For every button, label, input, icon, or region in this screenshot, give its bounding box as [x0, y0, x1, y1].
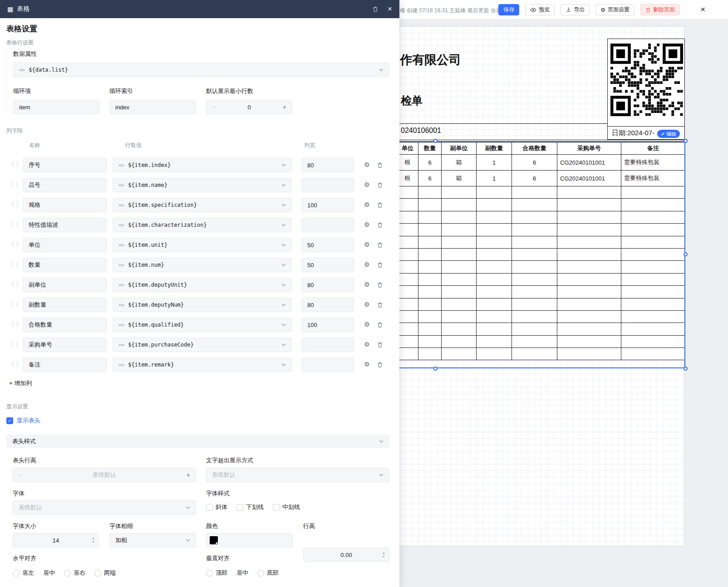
doc-table-cell[interactable]: 6 [512, 155, 557, 171]
column-name-input[interactable]: 副数量 [23, 298, 107, 312]
color-swatch[interactable] [210, 536, 218, 544]
doc-table-header-cell[interactable]: 副数量 [477, 142, 512, 155]
save-button[interactable]: 保存 [498, 4, 519, 15]
stepper-arrows[interactable]: ▲▼ [92, 537, 95, 544]
strikethrough-checkbox[interactable]: 中划线 [273, 503, 300, 511]
radio-valign-bottom[interactable]: 底部 [257, 569, 279, 577]
stepper-arrows[interactable]: ▲▼ [382, 551, 385, 558]
column-name-input[interactable]: 序号 [23, 158, 107, 172]
plus-icon[interactable]: + [187, 471, 190, 479]
doc-table-cell[interactable]: 箱 [442, 155, 477, 171]
doc-table-header-cell[interactable]: 合格数量 [512, 142, 557, 155]
doc-table-header-cell[interactable]: 采购单号 [557, 142, 621, 155]
gear-icon[interactable]: ⚙ [364, 221, 370, 228]
trash-icon[interactable] [377, 162, 383, 168]
min-rows-stepper[interactable]: − 0 + [206, 100, 292, 114]
drag-handle-icon[interactable]: ⋮⋮ [10, 181, 19, 187]
column-width-input[interactable]: 80 [301, 278, 354, 292]
drag-handle-icon[interactable]: ⋮⋮ [10, 361, 19, 367]
header-style-collapse[interactable]: 表头样式 [6, 435, 389, 448]
doc-table-header-cell[interactable]: 数量 [418, 142, 442, 155]
column-name-input[interactable]: 副单位 [23, 278, 107, 292]
trash-icon[interactable] [377, 182, 383, 188]
doc-table-cell[interactable]: 1 [477, 155, 512, 171]
preview-button[interactable]: 预览 [525, 4, 555, 15]
doc-table-cell[interactable]: 6 [418, 155, 442, 171]
selection-handle[interactable] [433, 139, 438, 143]
trash-icon[interactable] [372, 6, 379, 12]
column-value-select[interactable]: <>${item.unit} [113, 238, 292, 252]
doc-table-cell[interactable]: 根 [397, 155, 418, 171]
doc-table-cell[interactable]: 需要特殊包装 [621, 171, 685, 186]
column-width-input[interactable]: 100 [301, 198, 354, 212]
column-value-select[interactable]: <>${item.num} [113, 258, 292, 272]
gear-icon[interactable]: ⚙ [364, 181, 370, 188]
doc-table-cell[interactable]: 箱 [442, 171, 477, 186]
selection-handle[interactable] [684, 367, 688, 371]
spinner-down-icon[interactable]: ▼ [382, 555, 385, 558]
doc-table-cell[interactable]: CG20240101001 [557, 155, 621, 171]
column-width-input[interactable]: 50 [301, 238, 354, 252]
gear-icon[interactable]: ⚙ [364, 261, 370, 268]
column-value-select[interactable]: <>${item.remark} [113, 357, 292, 372]
column-value-select[interactable]: <>${item.index} [113, 158, 292, 172]
gear-icon[interactable]: ⚙ [364, 161, 370, 168]
column-width-input[interactable]: 50 [301, 258, 354, 272]
column-value-select[interactable]: <>${item.specification} [113, 198, 292, 212]
spinner-up-icon[interactable]: ▲ [382, 551, 385, 555]
radio-valign-middle[interactable]: 居中 [236, 569, 248, 577]
spinner-up-icon[interactable]: ▲ [92, 537, 95, 540]
column-name-input[interactable]: 规格 [23, 198, 107, 212]
column-width-input[interactable]: 80 [301, 158, 354, 172]
doc-table-header-cell[interactable]: 副单位 [442, 142, 477, 155]
row-height-stepper[interactable]: − 系统默认 + [13, 468, 196, 482]
gear-icon[interactable]: ⚙ [364, 281, 370, 288]
drag-handle-icon[interactable]: ⋮⋮ [10, 341, 19, 347]
trash-icon[interactable] [377, 202, 383, 208]
column-value-select[interactable]: <>${item.purchaseCode} [113, 338, 292, 352]
loop-index-input[interactable]: index [109, 100, 196, 114]
drag-handle-icon[interactable]: ⋮⋮ [10, 321, 19, 327]
radio-valign-top[interactable]: 顶部 [206, 569, 227, 577]
drag-handle-icon[interactable]: ⋮⋮ [10, 261, 19, 267]
selection-handle[interactable] [433, 367, 438, 371]
color-picker[interactable] [206, 533, 293, 548]
font-weight-select[interactable]: 加粗 [109, 533, 196, 548]
trash-icon[interactable] [377, 222, 383, 228]
gear-icon[interactable]: ⚙ [364, 201, 370, 208]
doc-table-header-cell[interactable]: 单位 [397, 142, 418, 155]
column-width-input[interactable]: 80 [301, 298, 354, 312]
trash-icon[interactable] [377, 242, 383, 248]
column-name-input[interactable]: 数量 [23, 258, 107, 272]
edit-button[interactable]: 编辑 [657, 130, 680, 138]
gear-icon[interactable]: ⚙ [364, 321, 370, 328]
line-height-input[interactable]: 0.00 ▲▼ [303, 548, 389, 562]
italic-checkbox[interactable]: 斜体 [206, 503, 227, 511]
minus-icon[interactable]: − [212, 103, 216, 111]
column-value-select[interactable]: <>${item.deputyNum} [113, 298, 292, 312]
column-name-input[interactable]: 单位 [23, 238, 107, 252]
drag-handle-icon[interactable]: ⋮⋮ [10, 161, 19, 167]
export-button[interactable]: 导出 [561, 4, 590, 15]
loop-item-input[interactable]: item [13, 100, 99, 114]
trash-icon[interactable] [377, 342, 383, 348]
close-icon[interactable]: × [700, 4, 705, 15]
column-name-input[interactable]: 备注 [23, 357, 107, 372]
column-width-input[interactable] [301, 178, 354, 192]
add-column-button[interactable]: +增加列 [9, 379, 32, 387]
radio-align-right[interactable]: 居右 [64, 569, 85, 577]
column-name-input[interactable]: 特性值描述 [23, 218, 107, 232]
show-header-checkbox[interactable]: ✓ 显示表头 [6, 416, 40, 425]
drag-handle-icon[interactable]: ⋮⋮ [10, 241, 19, 247]
underline-checkbox[interactable]: 下划线 [236, 503, 264, 511]
plus-icon[interactable]: + [283, 103, 286, 111]
close-icon[interactable]: × [388, 5, 392, 14]
column-width-input[interactable] [301, 338, 354, 352]
data-prop-select[interactable]: <> ${data.list} [13, 63, 389, 77]
doc-table-cell[interactable]: 1 [477, 171, 512, 186]
page-settings-button[interactable]: ⚙ 页面设置 [595, 4, 635, 15]
column-value-select[interactable]: <>${item.characterization} [113, 218, 292, 232]
doc-table-cell[interactable]: 需要特殊包装 [621, 155, 685, 171]
drag-handle-icon[interactable]: ⋮⋮ [10, 281, 19, 287]
selection-handle[interactable] [684, 139, 688, 143]
